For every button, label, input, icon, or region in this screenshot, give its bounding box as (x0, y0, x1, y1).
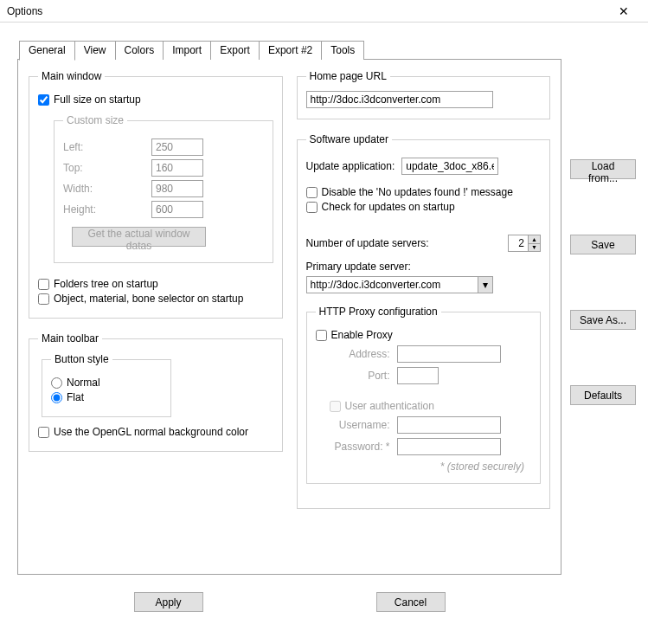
main-window-legend: Main window (38, 70, 105, 82)
disable-msg-checkbox[interactable] (306, 187, 318, 198)
check-startup-row: Check for updates on startup (306, 201, 542, 213)
folders-tree-row: Folders tree on startup (38, 278, 273, 290)
obj-selector-checkbox[interactable] (38, 293, 49, 305)
window-title: Options (7, 5, 606, 17)
custom-size-group: Custom size Left: Top: Width: (54, 114, 273, 263)
right-panel: Home page URL Software updater Update ap… (297, 70, 551, 560)
disable-msg-row: Disable the 'No updates found !' message (306, 186, 542, 198)
tab-general[interactable]: General (19, 41, 75, 61)
main-window-group: Main window Full size on startup Custom … (29, 70, 283, 319)
tab-export[interactable]: Export (210, 41, 260, 60)
main-toolbar-legend: Main toolbar (38, 332, 102, 345)
home-page-group: Home page URL (297, 70, 551, 119)
spinner-buttons: ▲ ▼ (528, 235, 540, 251)
primary-server-combo[interactable]: http://3doc.i3dconverter.com ▾ (306, 276, 493, 293)
close-icon[interactable]: ✕ (606, 4, 641, 18)
main-column: General View Colors Import Export Export… (17, 40, 561, 612)
tab-strip: General View Colors Import Export Export… (19, 41, 561, 60)
full-size-checkbox[interactable] (38, 94, 49, 106)
opengl-label: Use the OpenGL normal background color (54, 426, 248, 438)
button-style-legend: Button style (51, 353, 112, 365)
opengl-checkbox[interactable] (38, 427, 49, 438)
tab-import[interactable]: Import (163, 41, 211, 60)
primary-server-value: http://3doc.i3dconverter.com (307, 277, 478, 293)
content-area: General View Colors Import Export Export… (0, 23, 648, 621)
proxy-username-label: Username: (330, 419, 390, 431)
get-actual-row: Get the actual window datas (63, 227, 264, 252)
obj-selector-label: Object, material, bone selector on start… (54, 293, 243, 305)
folders-tree-label: Folders tree on startup (54, 278, 158, 290)
flat-radio[interactable] (51, 392, 62, 403)
primary-server-label: Primary update server: (306, 261, 542, 273)
normal-label: Normal (67, 377, 100, 389)
top-input (151, 159, 203, 177)
disable-msg-label: Disable the 'No updates found !' message (322, 186, 513, 198)
apply-button[interactable]: Apply (134, 592, 203, 612)
tab-tools[interactable]: Tools (321, 41, 364, 60)
get-actual-button: Get the actual window datas (72, 227, 206, 247)
user-auth-row: User authentication (330, 400, 532, 412)
folders-tree-checkbox[interactable] (38, 279, 49, 290)
tab-colors[interactable]: Colors (115, 41, 164, 60)
save-as-button[interactable]: Save As... (570, 310, 636, 330)
proxy-password-row: Password: * (330, 438, 532, 455)
top-label: Top: (63, 162, 105, 174)
proxy-username-row: Username: (330, 416, 532, 434)
width-input (151, 180, 203, 197)
load-from-button[interactable]: Load from... (570, 159, 636, 179)
updater-legend: Software updater (306, 133, 392, 145)
num-servers-label: Number of update servers: (306, 237, 509, 249)
num-servers-row: Number of update servers: 2 ▲ ▼ (306, 235, 542, 252)
home-page-url-input[interactable] (306, 91, 493, 108)
save-button[interactable]: Save (570, 235, 636, 254)
left-row: Left: (63, 138, 264, 156)
update-app-input[interactable] (401, 158, 498, 175)
proxy-username-input (397, 416, 501, 434)
width-label: Width: (63, 183, 105, 195)
main-toolbar-group: Main toolbar Button style Normal Flat (29, 332, 283, 452)
width-row: Width: (63, 180, 264, 197)
spinner-up-icon[interactable]: ▲ (529, 235, 540, 243)
full-size-label: Full size on startup (54, 93, 141, 106)
proxy-legend: HTTP Proxy configuration (316, 306, 441, 318)
check-startup-label: Check for updates on startup (322, 201, 455, 213)
left-input (151, 138, 203, 156)
user-auth-label: User authentication (345, 400, 434, 412)
top-row: Top: (63, 159, 264, 177)
num-servers-value: 2 (509, 235, 528, 251)
height-row: Height: (63, 201, 264, 218)
proxy-password-input (397, 438, 501, 455)
tab-view[interactable]: View (74, 41, 116, 60)
proxy-password-label: Password: * (330, 441, 390, 453)
enable-proxy-checkbox[interactable] (316, 330, 327, 341)
bottom-buttons: Apply Cancel (17, 592, 561, 612)
proxy-port-row: Port: (330, 367, 532, 384)
update-app-row: Update application: (306, 158, 542, 175)
height-input (151, 201, 203, 218)
chevron-down-icon[interactable]: ▾ (478, 277, 492, 293)
left-panel: Main window Full size on startup Custom … (29, 70, 283, 560)
tab-export2[interactable]: Export #2 (259, 41, 322, 60)
stored-note: * (stored securely) (316, 460, 525, 473)
update-app-label: Update application: (306, 160, 395, 172)
check-startup-checkbox[interactable] (306, 202, 318, 213)
normal-radio[interactable] (51, 377, 62, 389)
proxy-port-input (397, 367, 439, 384)
full-size-row: Full size on startup (38, 93, 273, 106)
enable-proxy-label: Enable Proxy (331, 329, 393, 341)
spinner-down-icon[interactable]: ▼ (529, 243, 540, 252)
proxy-port-label: Port: (330, 370, 390, 382)
titlebar: Options ✕ (0, 0, 648, 23)
flat-label: Flat (67, 391, 84, 403)
proxy-group: HTTP Proxy configuration Enable Proxy Ad… (306, 306, 542, 484)
button-style-group: Button style Normal Flat (42, 353, 171, 417)
cancel-button[interactable]: Cancel (376, 592, 446, 612)
flat-row: Flat (51, 391, 162, 403)
home-page-legend: Home page URL (306, 70, 390, 82)
defaults-button[interactable]: Defaults (570, 385, 636, 405)
proxy-address-input (397, 345, 501, 363)
enable-proxy-row: Enable Proxy (316, 329, 532, 341)
num-servers-spinner[interactable]: 2 ▲ ▼ (508, 235, 541, 252)
proxy-address-label: Address: (330, 348, 390, 360)
height-label: Height: (63, 203, 105, 216)
